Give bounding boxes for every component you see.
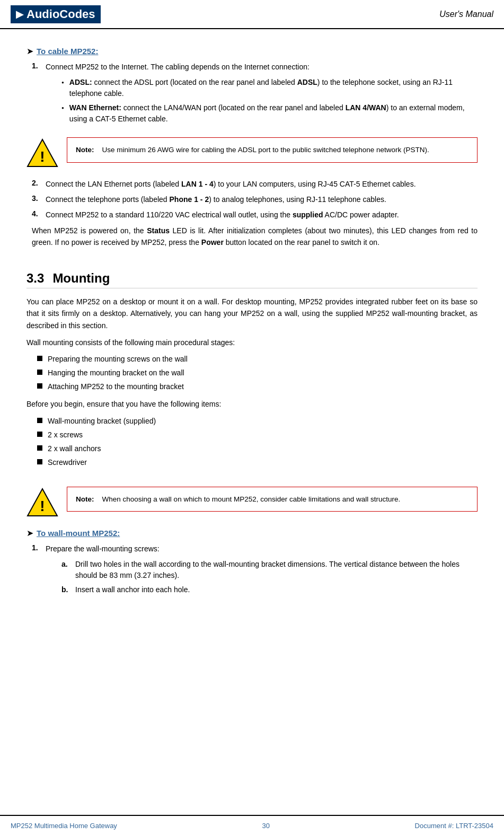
note-1: ! Note: Use minimum 26 AWG wire for cabl… [26, 137, 478, 169]
sq-icon-2 [37, 370, 42, 375]
arrow-icon-2: ➤ [26, 528, 33, 538]
sq-text-1: Preparing the mounting screws on the wal… [48, 354, 188, 365]
step-2-num: 2. [32, 179, 40, 190]
sq-icon-3 [37, 383, 42, 389]
bullet-adsl: ● ADSL: connect the ADSL port (located o… [61, 77, 478, 99]
step-3-post: ) to analog telephones, using RJ-11 tele… [209, 195, 386, 204]
powered-pre: When MP252 is powered on, the [32, 226, 147, 235]
adsl-text1: connect the ADSL port (located on the re… [92, 78, 297, 86]
step-1-text: Connect MP252 to the Internet. The cabli… [46, 63, 310, 71]
step-3-bold: Phone 1 - 2 [170, 195, 209, 204]
logo: ▶ AudioCodes [11, 5, 101, 23]
page-footer: MP252 Multimedia Home Gateway 30 Documen… [0, 815, 504, 835]
footer-center: 30 [262, 822, 270, 830]
note-1-text [96, 146, 100, 154]
step-4-pre: Connect MP252 to a standard 110/220 VAC … [46, 210, 293, 219]
before-items-para: Before you begin, ensure that you have t… [26, 398, 478, 410]
sq-item-7: Screwdriver [37, 457, 478, 468]
step-4-num: 4. [32, 209, 40, 221]
step-2-post: ) to your LAN computers, using RJ-45 CAT… [214, 180, 416, 188]
sq-item-1: Preparing the mounting screws on the wal… [37, 354, 478, 365]
wan-bold: LAN 4/WAN [346, 103, 386, 112]
mounting-para-1: You can place MP252 on a desktop or moun… [26, 296, 478, 331]
adsl-bold: ADSL [297, 78, 317, 86]
bullet-icon-wan: ● [61, 105, 64, 125]
logo-text: AudioCodes [26, 7, 95, 21]
svg-text:!: ! [40, 148, 45, 165]
to-cable-heading: ➤ To cable MP252: [26, 46, 478, 56]
powered-on-para: When MP252 is powered on, the Status LED… [32, 225, 478, 249]
warning-icon-2: ! [26, 487, 58, 518]
wall-step-1-content: Prepare the wall-mounting screws: a. Dri… [46, 543, 478, 599]
sq-text-4: Wall-mounting bracket (supplied) [48, 416, 156, 427]
step-1-content: Connect MP252 to the Internet. The cabli… [46, 61, 478, 128]
to-cable-label: To cable MP252: [37, 47, 98, 56]
wall-step-1a-text: Drill two holes in the wall according to… [75, 559, 478, 581]
adsl-label: ADSL: [69, 78, 92, 86]
section-33-title: Mounting [52, 271, 110, 286]
wall-step-1-text: Prepare the wall-mounting screws: [46, 544, 160, 553]
wan-label: WAN Ethernet: [69, 103, 121, 112]
sq-item-4: Wall-mounting bracket (supplied) [37, 416, 478, 427]
step-3: 3. Connect the telephone ports (labeled … [32, 194, 478, 205]
step-3-num: 3. [32, 194, 40, 205]
sq-text-7: Screwdriver [48, 457, 87, 468]
to-wall-heading: ➤ To wall-mount MP252: [26, 528, 478, 538]
step-2-pre: Connect the LAN Ethernet ports (labeled [46, 180, 181, 188]
step-1: 1. Connect MP252 to the Internet. The ca… [32, 61, 478, 128]
wall-step-1b: b. Insert a wall anchor into each hole. [61, 584, 478, 595]
sq-text-5: 2 x screws [48, 429, 83, 441]
wall-step-1b-text: Insert a wall anchor into each hole. [75, 584, 190, 595]
step-3-pre: Connect the telephone ports (labeled [46, 195, 170, 204]
note-2-content: Note: When choosing a wall on which to m… [67, 487, 478, 512]
wall-step-1b-label: b. [61, 584, 70, 595]
bullet-adsl-text: ADSL: connect the ADSL port (located on … [69, 77, 478, 99]
sq-icon-5 [37, 432, 42, 437]
arrow-icon: ➤ [26, 46, 33, 56]
powered-bold1: Status [147, 226, 170, 235]
sq-text-3: Attaching MP252 to the mounting bracket [48, 381, 184, 392]
step-4: 4. Connect MP252 to a standard 110/220 V… [32, 209, 478, 221]
section-33-num: 3.3 [26, 271, 44, 286]
mounting-para-2: Wall mounting consists of the following … [26, 337, 478, 348]
wall-step-1: 1. Prepare the wall-mounting screws: a. … [32, 543, 478, 599]
note-2-body: When choosing a wall on which to mount M… [102, 495, 401, 503]
sq-item-5: 2 x screws [37, 429, 478, 441]
footer-left: MP252 Multimedia Home Gateway [11, 822, 117, 830]
step-2: 2. Connect the LAN Ethernet ports (label… [32, 179, 478, 190]
step-2-content: Connect the LAN Ethernet ports (labeled … [46, 179, 478, 190]
page-header: ▶ AudioCodes User's Manual [0, 0, 504, 29]
note-2-space [96, 495, 100, 503]
logo-icon: ▶ [16, 8, 23, 20]
note-1-label: Note: [76, 146, 94, 154]
footer-right: Document #: LTRT-23504 [415, 822, 493, 830]
sq-item-6: 2 x wall anchors [37, 443, 478, 454]
powered-end: button located on the rear panel to swit… [224, 238, 379, 247]
wall-step-1-num: 1. [32, 543, 40, 599]
note-2: ! Note: When choosing a wall on which to… [26, 487, 478, 518]
header-title: User's Manual [439, 10, 493, 19]
step-1-num: 1. [32, 61, 40, 128]
bullet-wan-text: WAN Ethernet: connect the LAN4/WAN port … [69, 102, 478, 125]
step-4-content: Connect MP252 to a standard 110/220 VAC … [46, 209, 478, 221]
sq-text-2: Hanging the mounting bracket on the wall [48, 367, 184, 379]
wall-step-1a: a. Drill two holes in the wall according… [61, 559, 478, 581]
step-4-post: AC/DC power adapter. [323, 210, 399, 219]
sq-icon-4 [37, 418, 42, 423]
note-1-body: Use minimum 26 AWG wire for cabling the … [102, 146, 429, 154]
sq-item-2: Hanging the mounting bracket on the wall [37, 367, 478, 379]
sq-icon-6 [37, 445, 42, 451]
note-1-content: Note: Use minimum 26 AWG wire for cablin… [67, 137, 478, 163]
step-4-bold: supplied [293, 210, 323, 219]
bullet-icon-adsl: ● [61, 80, 64, 99]
note-2-label: Note: [76, 495, 94, 503]
warning-icon-1: ! [26, 137, 58, 169]
wall-step-1a-label: a. [61, 559, 70, 581]
step-3-content: Connect the telephone ports (labeled Pho… [46, 194, 478, 205]
sq-item-3: Attaching MP252 to the mounting bracket [37, 381, 478, 392]
sq-icon-7 [37, 459, 42, 464]
powered-bold2: Power [201, 238, 224, 247]
step-2-bold: LAN 1 - 4 [181, 180, 214, 188]
section-33-heading: 3.3 Mounting [26, 271, 478, 288]
logo-area: ▶ AudioCodes [11, 5, 101, 23]
